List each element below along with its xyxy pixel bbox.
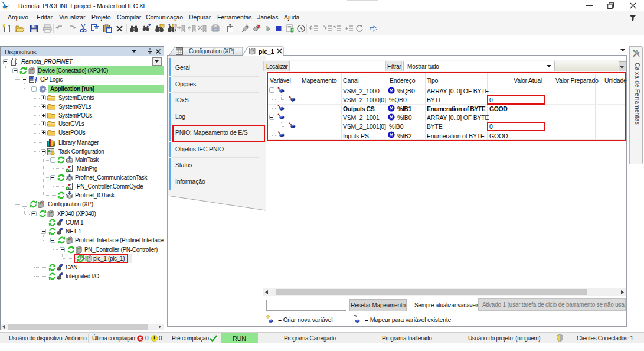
- svg-text:B: B: [147, 25, 149, 29]
